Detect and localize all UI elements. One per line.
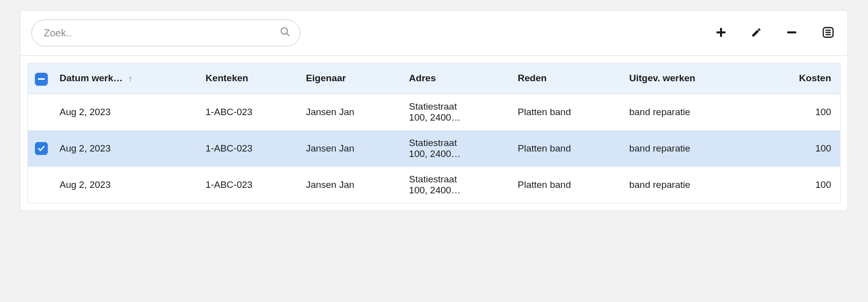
adres-line1: Statiestraat	[409, 174, 508, 185]
header-checkbox-indeterminate[interactable]	[35, 73, 48, 86]
col-header-label: Uitgev. werken	[629, 73, 696, 83]
row-checkbox-cell	[28, 130, 55, 166]
col-header-datum[interactable]: Datum werk… ↑	[55, 63, 201, 94]
check-icon	[37, 145, 45, 152]
cell-werken: band reparatie	[624, 166, 759, 203]
adres-line2: 100, 2400…	[409, 112, 508, 123]
cell-datum: Aug 2, 2023	[55, 94, 201, 130]
adres-line2: 100, 2400…	[409, 185, 508, 196]
pencil-icon	[751, 27, 762, 39]
col-header-label: Kenteken	[206, 73, 249, 83]
adres-line2: 100, 2400…	[409, 149, 508, 159]
cell-adres: Statiestraat100, 2400…	[404, 130, 513, 166]
cell-reden: Platten band	[513, 94, 624, 130]
cell-kenteken: 1-ABC-023	[201, 94, 301, 130]
cell-kenteken: 1-ABC-023	[201, 166, 301, 203]
svg-rect-4	[787, 31, 796, 33]
edit-button[interactable]	[749, 25, 764, 41]
cell-datum: Aug 2, 2023	[55, 166, 201, 203]
toolbar-actions	[713, 24, 837, 42]
cell-reden: Platten band	[513, 130, 624, 166]
table-header-row: Datum werk… ↑ Kenteken Eigenaar Adres Re…	[28, 63, 841, 94]
search-field-wrap	[31, 19, 300, 46]
search-input[interactable]	[31, 19, 300, 46]
col-header-kosten[interactable]: Kosten	[758, 63, 840, 94]
adres-line1: Statiestraat	[409, 138, 508, 149]
table-row[interactable]: Aug 2, 20231-ABC-023Jansen JanStatiestra…	[28, 94, 841, 130]
col-header-reden[interactable]: Reden	[513, 63, 624, 94]
row-checkbox-cell	[28, 94, 55, 130]
list-button[interactable]	[820, 24, 837, 42]
row-checkbox-cell	[28, 166, 55, 203]
cell-werken: band reparatie	[624, 130, 759, 166]
cell-adres: Statiestraat100, 2400…	[404, 94, 513, 130]
table-row[interactable]: Aug 2, 20231-ABC-023Jansen JanStatiestra…	[28, 166, 841, 203]
plus-icon	[715, 26, 727, 40]
table-row[interactable]: Aug 2, 20231-ABC-023Jansen JanStatiestra…	[28, 130, 841, 166]
row-checkbox[interactable]	[35, 142, 48, 155]
cell-eigenaar: Jansen Jan	[301, 94, 404, 130]
records-card: Datum werk… ↑ Kenteken Eigenaar Adres Re…	[20, 10, 848, 211]
adres-line1: Statiestraat	[409, 101, 508, 112]
minus-icon	[38, 78, 45, 80]
cell-kosten: 100	[758, 130, 840, 166]
remove-button[interactable]	[784, 24, 800, 42]
search-icon	[280, 26, 290, 40]
list-icon	[822, 26, 835, 40]
cell-eigenaar: Jansen Jan	[301, 166, 404, 203]
table-wrap: Datum werk… ↑ Kenteken Eigenaar Adres Re…	[20, 56, 848, 210]
cell-werken: band reparatie	[624, 94, 759, 130]
cell-kosten: 100	[758, 94, 840, 130]
svg-rect-3	[717, 31, 725, 33]
cell-datum: Aug 2, 2023	[55, 130, 201, 166]
col-header-label: Reden	[518, 73, 547, 83]
toolbar	[20, 10, 848, 56]
col-header-label: Kosten	[799, 73, 831, 83]
minus-icon	[786, 26, 798, 40]
records-table: Datum werk… ↑ Kenteken Eigenaar Adres Re…	[27, 63, 841, 203]
add-button[interactable]	[713, 24, 729, 42]
sort-asc-icon: ↑	[128, 74, 132, 83]
col-header-label: Datum werk…	[60, 73, 123, 83]
col-header-werken[interactable]: Uitgev. werken	[624, 63, 759, 94]
col-header-label: Eigenaar	[306, 73, 346, 83]
cell-kenteken: 1-ABC-023	[201, 130, 301, 166]
cell-reden: Platten band	[513, 166, 624, 203]
col-header-eigenaar[interactable]: Eigenaar	[301, 63, 404, 94]
col-header-kenteken[interactable]: Kenteken	[201, 63, 301, 94]
cell-eigenaar: Jansen Jan	[301, 130, 404, 166]
col-header-adres[interactable]: Adres	[404, 63, 513, 94]
col-header-label: Adres	[409, 73, 436, 83]
cell-adres: Statiestraat100, 2400…	[404, 166, 513, 203]
cell-kosten: 100	[758, 166, 840, 203]
svg-line-1	[287, 33, 289, 36]
